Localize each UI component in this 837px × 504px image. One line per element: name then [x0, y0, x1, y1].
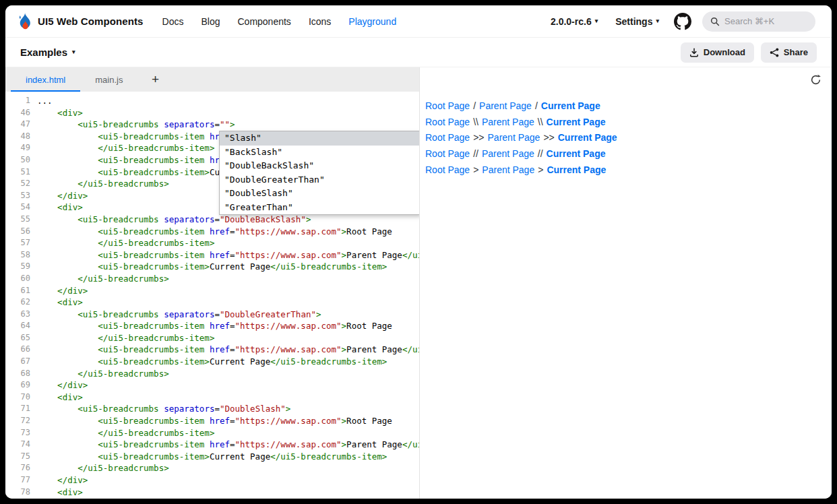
refresh-button[interactable]	[809, 73, 823, 87]
code-text: <div>	[30, 296, 83, 309]
code-token: >	[286, 404, 291, 414]
code-token: </div>	[57, 380, 88, 390]
autocomplete-option[interactable]: "BackSlash"	[220, 146, 419, 160]
breadcrumb-link[interactable]: Parent Page	[482, 148, 534, 159]
autocomplete-option[interactable]: "DoubleBackSlash"	[220, 159, 419, 173]
search-input[interactable]: Search ⌘+K	[702, 11, 815, 32]
download-button[interactable]: Download	[681, 42, 754, 63]
nav-link-blog[interactable]: Blog	[201, 16, 220, 27]
code-token	[37, 344, 98, 354]
breadcrumb-link[interactable]: Parent Page	[482, 164, 534, 175]
tab-index.html[interactable]: index.html	[11, 67, 80, 92]
nav-link-playground[interactable]: Playground	[348, 16, 396, 27]
code-line: 71 <ui5-breadcrumbs separators="DoubleSl…	[5, 403, 419, 415]
examples-dropdown[interactable]: Examples ▾	[20, 46, 75, 58]
code-token: </ui5-breadcrumbs-item>	[98, 333, 214, 343]
breadcrumb-link[interactable]: Root Page	[425, 132, 470, 143]
breadcrumb-link[interactable]: Root Page	[425, 164, 470, 175]
code-token	[37, 475, 57, 485]
code-line: 46 <div>	[5, 107, 419, 119]
line-number: 76	[5, 462, 30, 474]
main-content: index.htmlmain.js+ 1...46 <div>47 <ui5-b…	[5, 67, 832, 499]
new-tab-button[interactable]: +	[142, 67, 168, 92]
code-token: =	[230, 321, 235, 331]
line-number: 65	[5, 332, 30, 344]
code-token	[37, 191, 57, 201]
code-text: <ui5-breadcrumbs-item href="https://www.…	[30, 344, 419, 356]
code-token	[37, 451, 98, 462]
code-token	[37, 226, 98, 237]
code-token: </div>	[57, 286, 88, 296]
github-link[interactable]	[674, 13, 691, 30]
code-line: 74 <ui5-breadcrumbs-item href="https://w…	[5, 439, 419, 451]
code-token	[37, 487, 57, 497]
nav-link-icons[interactable]: Icons	[309, 16, 331, 27]
code-text: <ui5-breadcrumbs-item>Current Page</ui5-…	[30, 356, 387, 368]
code-token: href	[210, 226, 230, 237]
code-token: </div>	[57, 475, 88, 485]
autocomplete-option[interactable]: "Slash"	[220, 131, 419, 146]
line-number: 59	[5, 261, 30, 273]
line-number: 63	[5, 309, 30, 321]
code-text: <ui5-breadcrumbs-item>Current Page</ui5-…	[30, 451, 387, 463]
code-token: =	[214, 214, 220, 224]
code-text: <ui5-breadcrumbs-item href="https://www.…	[30, 320, 392, 332]
line-number: 68	[5, 368, 30, 380]
nav-link-components[interactable]: Components	[237, 16, 290, 27]
settings-dropdown[interactable]: Settings ▾	[615, 16, 659, 27]
code-text: </ui5-breadcrumbs-item>	[30, 332, 214, 344]
breadcrumb-link[interactable]: Root Page	[425, 148, 470, 159]
code-token: href	[210, 321, 230, 331]
download-icon	[689, 48, 699, 57]
code-token: </ui5-breadcrumbs-item>	[270, 261, 387, 272]
breadcrumb-link[interactable]: Root Page	[425, 100, 470, 111]
code-token: <div>	[57, 202, 83, 212]
code-token	[37, 119, 78, 129]
autocomplete-option[interactable]: "GreaterThan"	[220, 201, 419, 215]
autocomplete-option[interactable]: "DoubleGreaterThan"	[220, 173, 419, 187]
refresh-icon	[810, 74, 822, 86]
line-number: 62	[5, 296, 30, 309]
breadcrumb-link[interactable]: Root Page	[425, 117, 470, 127]
breadcrumb-link[interactable]: Parent Page	[482, 117, 534, 127]
code-text: <ui5-breadcrumbs separators="">	[30, 119, 235, 131]
code-token: "DoubleBackSlash"	[220, 214, 306, 224]
brand-title[interactable]: UI5 Web Components	[38, 15, 144, 27]
code-token: href	[210, 416, 230, 426]
code-token: ...	[37, 96, 53, 106]
breadcrumb-current[interactable]: Current Page	[547, 164, 606, 175]
autocomplete-option[interactable]: "DoubleSlash"	[220, 187, 419, 201]
code-text: <ui5-breadcrumbs-item href="https://www.…	[30, 226, 392, 238]
code-editor[interactable]: 1...46 <div>47 <ui5-breadcrumbs separato…	[5, 92, 419, 499]
code-token: </ui5-breadcrumbs-item>	[270, 451, 387, 462]
code-text: </ui5-breadcrumbs>	[30, 462, 169, 474]
code-token: </ui5-breadcrumbs-item>	[402, 439, 419, 449]
code-line: 69 </div>	[5, 379, 419, 391]
line-number: 66	[5, 344, 30, 356]
breadcrumb-current[interactable]: Current Page	[547, 117, 606, 127]
code-token: href	[210, 344, 230, 354]
share-button[interactable]: Share	[761, 42, 817, 63]
tab-main.js[interactable]: main.js	[80, 67, 137, 92]
code-token	[37, 309, 78, 319]
breadcrumb-link[interactable]: Parent Page	[488, 132, 540, 143]
ui5-logo-icon	[16, 12, 32, 31]
code-token: "https://www.sap.com"	[235, 439, 342, 449]
breadcrumb-link[interactable]: Parent Page	[479, 100, 532, 111]
chevron-down-icon: ▾	[72, 49, 75, 55]
code-token: =	[214, 404, 220, 414]
code-token	[37, 274, 78, 284]
version-dropdown[interactable]: 2.0.0-rc.6 ▾	[551, 16, 598, 27]
code-token: separators	[164, 214, 214, 224]
breadcrumb-current[interactable]: Current Page	[547, 148, 606, 159]
breadcrumb-current[interactable]: Current Page	[558, 132, 617, 143]
code-token: >	[306, 214, 311, 224]
breadcrumb-current[interactable]: Current Page	[541, 100, 600, 111]
code-token	[37, 463, 78, 473]
code-token: =	[230, 226, 235, 237]
code-line: 73 </ui5-breadcrumbs-item>	[5, 427, 419, 439]
code-token	[204, 416, 210, 426]
code-token	[37, 250, 98, 260]
app-window: UI5 Web Components DocsBlogComponentsIco…	[5, 5, 832, 499]
nav-link-docs[interactable]: Docs	[162, 16, 184, 27]
